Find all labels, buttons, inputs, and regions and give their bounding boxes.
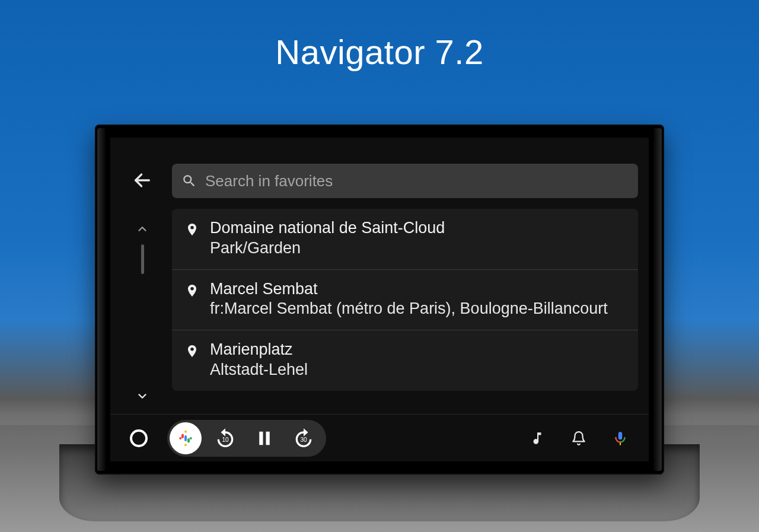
media-app-button[interactable]: [170, 422, 202, 454]
left-column: [121, 164, 164, 414]
voice-button[interactable]: [605, 423, 636, 454]
map-pin-icon: [185, 342, 199, 360]
head-unit-device: Search in favorites Domaine national de …: [95, 125, 664, 474]
page-title: Navigator 7.2: [0, 32, 759, 72]
microphone-icon: [613, 429, 628, 447]
map-pin-icon: [185, 282, 199, 300]
svg-rect-12: [618, 432, 623, 439]
svg-rect-7: [187, 438, 190, 443]
list-item-subtitle: Park/Garden: [210, 238, 625, 259]
svg-text:30: 30: [300, 436, 307, 442]
pause-icon: [256, 429, 273, 447]
svg-point-4: [179, 437, 181, 439]
rewind-button[interactable]: 10: [210, 423, 241, 454]
list-item-subtitle: fr:Marcel Sembat (métro de Paris), Boulo…: [210, 299, 625, 319]
back-arrow-icon: [132, 170, 152, 190]
list-item-text: Marcel Sembat fr:Marcel Sembat (métro de…: [210, 279, 625, 320]
scroll-down-button[interactable]: [132, 386, 153, 407]
favorites-list: Domaine national de Saint-Cloud Park/Gar…: [172, 209, 638, 391]
screen: Search in favorites Domaine national de …: [110, 138, 649, 461]
google-podcasts-icon: [177, 429, 194, 447]
list-item-title: Domaine national de Saint-Cloud: [210, 218, 625, 238]
svg-rect-10: [266, 431, 270, 445]
svg-rect-9: [259, 431, 263, 445]
list-item-title: Marcel Sembat: [210, 279, 625, 300]
scroll-thumb[interactable]: [141, 244, 144, 274]
search-input[interactable]: Search in favorites: [172, 164, 638, 198]
circle-outline-icon: [130, 429, 148, 447]
music-note-icon: [530, 431, 545, 446]
list-item-text: Domaine national de Saint-Cloud Park/Gar…: [210, 218, 625, 259]
svg-text:10: 10: [222, 436, 229, 442]
pause-button[interactable]: [249, 423, 280, 454]
forward-button[interactable]: 30: [288, 423, 319, 454]
notifications-button[interactable]: [563, 423, 594, 454]
bell-icon: [571, 431, 586, 446]
search-icon: [181, 173, 197, 189]
content-area: Search in favorites Domaine national de …: [110, 138, 649, 414]
scrollbar: [132, 214, 153, 414]
list-item-title: Marienplatz: [210, 340, 625, 360]
svg-point-1: [184, 430, 187, 432]
list-item[interactable]: Marcel Sembat fr:Marcel Sembat (métro de…: [172, 270, 638, 331]
chevron-up-icon: [136, 222, 149, 235]
music-button[interactable]: [522, 423, 553, 454]
media-pill: 10 30: [167, 420, 326, 457]
list-item[interactable]: Marienplatz Altstadt-Lehel: [172, 330, 638, 391]
svg-point-2: [184, 444, 187, 446]
main-column: Search in favorites Domaine national de …: [172, 164, 638, 414]
svg-point-5: [190, 437, 192, 439]
search-placeholder: Search in favorites: [205, 172, 333, 190]
back-button[interactable]: [126, 164, 159, 197]
bottom-bar: 10 30: [110, 414, 649, 461]
chevron-down-icon: [136, 390, 149, 403]
list-item-text: Marienplatz Altstadt-Lehel: [210, 340, 625, 380]
list-item[interactable]: Domaine national de Saint-Cloud Park/Gar…: [172, 209, 638, 270]
scroll-up-button[interactable]: [132, 218, 153, 240]
list-item-subtitle: Altstadt-Lehel: [210, 360, 625, 380]
svg-rect-3: [184, 435, 187, 441]
map-pin-icon: [185, 221, 199, 238]
replay-10-icon: 10: [213, 426, 237, 450]
forward-30-icon: 30: [292, 426, 315, 450]
svg-rect-6: [181, 434, 184, 438]
home-button[interactable]: [123, 423, 154, 454]
